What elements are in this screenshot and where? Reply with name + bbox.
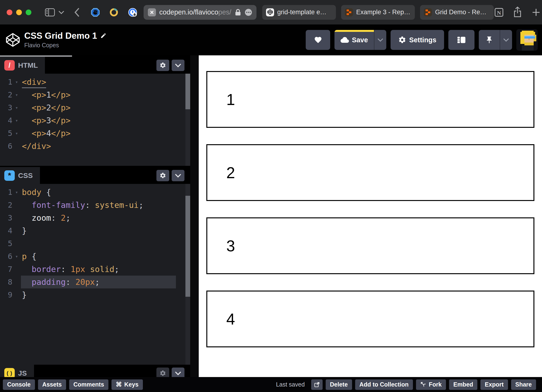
code-line[interactable]: 6</div> <box>0 140 190 152</box>
line-number: 7 <box>0 263 12 276</box>
code-line[interactable]: 2▾ <p>1</p> <box>0 88 190 101</box>
avatar[interactable] <box>516 29 538 51</box>
back-button-icon[interactable] <box>74 7 80 17</box>
fold-arrow-icon[interactable]: ▾ <box>12 250 21 263</box>
code-line[interactable]: 3▾ <p>2</p> <box>0 101 190 114</box>
code-line[interactable]: 8 padding: 20px; <box>0 276 190 288</box>
zoom-window-button[interactable] <box>26 10 31 15</box>
preview-pane: 1234 <box>199 55 542 377</box>
page-options-icon[interactable] <box>245 9 252 16</box>
html-scrollbar-thumb[interactable] <box>185 74 190 109</box>
notion-extension-icon[interactable]: N <box>494 7 504 18</box>
chevron-down-icon <box>503 38 509 42</box>
keys-button[interactable]: ⌘Keys <box>112 379 143 390</box>
code-line[interactable]: 6▾p { <box>0 250 190 263</box>
fold-arrow-icon[interactable]: ▾ <box>12 186 21 199</box>
assets-button[interactable]: Assets <box>38 379 66 390</box>
css-code-editor[interactable]: 1▾body {2 font-family: system-ui;3 zoom:… <box>0 184 190 365</box>
code-line[interactable]: 7 border: 1px solid; <box>0 263 190 276</box>
preview-box: 1 <box>206 71 534 128</box>
css-collapse-button[interactable] <box>172 170 184 181</box>
code-line[interactable]: 2 font-family: system-ui; <box>0 199 190 211</box>
code-line[interactable]: 9} <box>0 288 190 301</box>
minimize-window-button[interactable] <box>16 10 22 15</box>
html-settings-button[interactable] <box>157 60 169 71</box>
add-to-collection-button[interactable]: Add to Collection <box>355 379 413 390</box>
line-number: 3 <box>0 101 12 114</box>
css-scrollbar-track[interactable] <box>185 184 190 365</box>
code-line[interactable]: 1▾<div> <box>0 75 190 88</box>
gear-icon <box>159 370 166 376</box>
settings-button[interactable]: Settings <box>390 30 444 50</box>
fold-arrow-icon[interactable]: ▾ <box>12 127 21 140</box>
chevron-down-icon <box>175 173 181 178</box>
code-line[interactable]: 3 zoom: 2; <box>0 211 190 224</box>
code-line[interactable]: 5▾ <p>4</p> <box>0 127 190 140</box>
code-line[interactable]: 5 <box>0 237 190 250</box>
fold-arrow-icon[interactable]: ▾ <box>12 88 21 101</box>
editor-preview-divider[interactable] <box>190 55 199 377</box>
button-label: Embed <box>453 381 473 388</box>
browser-toolbar: codepen.io/flaviocopes/ grid-template e…… <box>0 0 542 24</box>
save-button[interactable]: Save <box>335 30 374 50</box>
console-button[interactable]: Console <box>3 379 35 390</box>
activity-ring-extension-icon[interactable] <box>109 8 118 17</box>
code-text: <p>3</p> <box>21 114 70 127</box>
sidebar-chevron-icon[interactable] <box>59 11 64 14</box>
line-number: 6 <box>0 250 12 263</box>
css-panel-tab[interactable]: * CSS <box>0 167 40 184</box>
code-text: </div> <box>21 140 51 152</box>
save-options-button[interactable] <box>374 30 386 50</box>
css-scrollbar-thumb[interactable] <box>185 196 190 297</box>
button-label: Fork <box>429 381 442 388</box>
fold-arrow-icon[interactable]: ▾ <box>12 101 21 114</box>
comments-button[interactable]: Comments <box>69 379 108 390</box>
html-code-editor[interactable]: 1▾<div>2▾ <p>1</p>3▾ <p>2</p>4▾ <p>3</p>… <box>0 74 190 166</box>
gear-icon <box>159 62 166 69</box>
edit-title-icon[interactable] <box>100 31 107 41</box>
password-manager-extension-icon[interactable] <box>128 8 137 17</box>
fork-button[interactable]: Fork <box>416 379 446 390</box>
browser-tab[interactable]: grid-template e… <box>262 5 336 20</box>
share-icon[interactable] <box>512 6 523 19</box>
replit-favicon-icon <box>424 8 432 16</box>
sidebar-toggle-icon[interactable] <box>45 8 55 17</box>
close-window-button[interactable] <box>7 10 12 15</box>
like-button[interactable] <box>306 30 330 50</box>
content-blocker-extension-icon[interactable] <box>91 8 100 17</box>
html-panel-header: / HTML <box>0 57 190 74</box>
code-text: <p>1</p> <box>21 88 70 101</box>
codepen-logo-icon[interactable] <box>5 32 21 48</box>
new-tab-icon[interactable] <box>531 7 541 18</box>
css-icon: * <box>4 170 15 181</box>
pin-button[interactable] <box>479 30 500 50</box>
html-scrollbar-track[interactable] <box>185 74 190 166</box>
change-view-button[interactable] <box>448 30 474 50</box>
button-label: Comments <box>73 381 104 388</box>
fold-arrow-icon[interactable]: ▾ <box>12 75 21 88</box>
css-settings-button[interactable] <box>157 170 169 181</box>
code-line[interactable]: 4} <box>0 224 190 237</box>
line-number: 2 <box>0 199 12 211</box>
export-button[interactable]: Export <box>480 379 508 390</box>
html-collapse-button[interactable] <box>172 60 184 71</box>
preview-box: 4 <box>206 290 534 347</box>
blocker-badge-icon[interactable] <box>148 8 156 16</box>
editor-column: / HTML 1▾<div>2▾ <p>1</p>3▾ <p>2</p>4▾ <… <box>0 55 190 377</box>
address-bar[interactable]: codepen.io/flaviocopes/ <box>144 5 256 20</box>
share-button[interactable]: Share <box>511 379 536 390</box>
lock-icon <box>235 9 241 16</box>
browser-tab[interactable]: Grid Demo - Re… <box>420 5 494 20</box>
button-label: Keys <box>124 381 139 388</box>
delete-button[interactable]: Delete <box>326 379 352 390</box>
code-line[interactable]: 4▾ <p>3</p> <box>0 114 190 127</box>
embed-button[interactable]: Embed <box>449 379 477 390</box>
pin-options-button[interactable] <box>500 30 512 50</box>
gear-icon <box>159 172 166 179</box>
preview-box: 2 <box>206 144 534 201</box>
browser-tab[interactable]: Example 3 - Rep… <box>341 5 415 20</box>
open-in-new-window-button[interactable] <box>311 379 323 390</box>
code-line[interactable]: 1▾body { <box>0 186 190 199</box>
fold-arrow-icon[interactable]: ▾ <box>12 114 21 127</box>
html-panel-tab[interactable]: / HTML <box>0 57 45 74</box>
